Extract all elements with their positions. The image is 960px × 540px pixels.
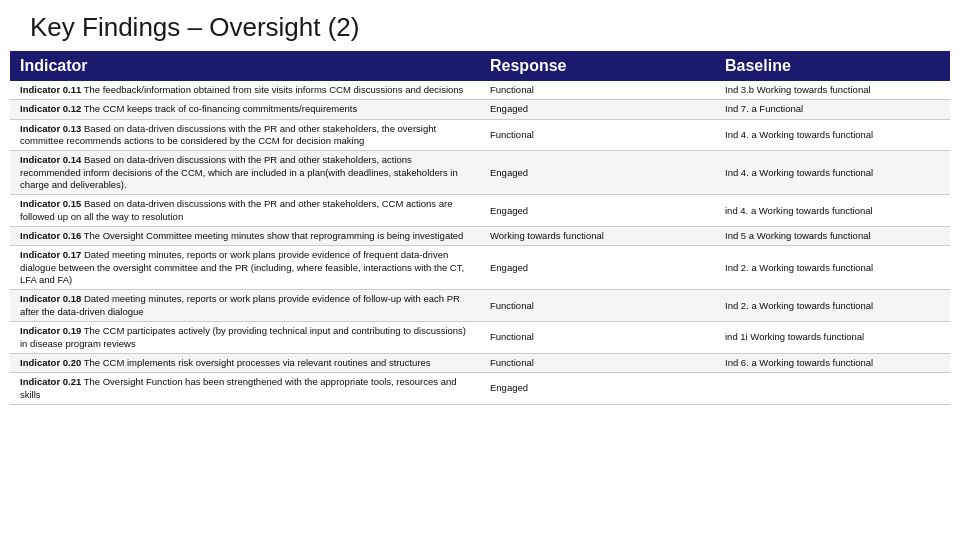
- baseline-cell: Ind 2. a Working towards functional: [715, 290, 950, 322]
- baseline-cell: ind 4. a Working towards functional: [715, 195, 950, 227]
- indicator-cell: Indicator 0.17 Dated meeting minutes, re…: [10, 246, 480, 290]
- table-header-row: Indicator Response Baseline: [10, 51, 950, 81]
- response-cell: Engaged: [480, 373, 715, 405]
- table-row: Indicator 0.11 The feedback/information …: [10, 81, 950, 100]
- response-cell: Functional: [480, 290, 715, 322]
- indicator-cell: Indicator 0.19 The CCM participates acti…: [10, 322, 480, 354]
- col-header-response: Response: [480, 51, 715, 81]
- baseline-cell: Ind 4. a Working towards functional: [715, 151, 950, 195]
- table-row: Indicator 0.17 Dated meeting minutes, re…: [10, 246, 950, 290]
- indicator-cell: Indicator 0.15 Based on data-driven disc…: [10, 195, 480, 227]
- table-row: Indicator 0.20 The CCM implements risk o…: [10, 353, 950, 372]
- indicator-cell: Indicator 0.21 The Oversight Function ha…: [10, 373, 480, 405]
- table-row: Indicator 0.13 Based on data-driven disc…: [10, 119, 950, 151]
- response-cell: Functional: [480, 81, 715, 100]
- table-row: Indicator 0.15 Based on data-driven disc…: [10, 195, 950, 227]
- response-cell: Functional: [480, 322, 715, 354]
- response-cell: Working towards functional: [480, 227, 715, 246]
- response-cell: Engaged: [480, 195, 715, 227]
- table-row: Indicator 0.19 The CCM participates acti…: [10, 322, 950, 354]
- indicator-cell: Indicator 0.18 Dated meeting minutes, re…: [10, 290, 480, 322]
- baseline-cell: ind 1i Working towards functional: [715, 322, 950, 354]
- baseline-cell: [715, 373, 950, 405]
- indicator-cell: Indicator 0.12 The CCM keeps track of co…: [10, 100, 480, 119]
- response-cell: Engaged: [480, 151, 715, 195]
- table-row: Indicator 0.16 The Oversight Committee m…: [10, 227, 950, 246]
- page-container: Key Findings – Oversight (2) Indicator R…: [0, 0, 960, 540]
- indicator-cell: Indicator 0.14 Based on data-driven disc…: [10, 151, 480, 195]
- table-container: Indicator Response Baseline Indicator 0.…: [0, 51, 960, 540]
- response-cell: Functional: [480, 353, 715, 372]
- response-cell: Engaged: [480, 100, 715, 119]
- table-row: Indicator 0.12 The CCM keeps track of co…: [10, 100, 950, 119]
- col-header-indicator: Indicator: [10, 51, 480, 81]
- table-row: Indicator 0.18 Dated meeting minutes, re…: [10, 290, 950, 322]
- baseline-cell: Ind 2. a Working towards functional: [715, 246, 950, 290]
- response-cell: Functional: [480, 119, 715, 151]
- indicator-cell: Indicator 0.16 The Oversight Committee m…: [10, 227, 480, 246]
- table-row: Indicator 0.14 Based on data-driven disc…: [10, 151, 950, 195]
- baseline-cell: Ind 3.b Working towards functional: [715, 81, 950, 100]
- page-title: Key Findings – Oversight (2): [30, 12, 930, 43]
- indicator-cell: Indicator 0.11 The feedback/information …: [10, 81, 480, 100]
- baseline-cell: Ind 7. a Functional: [715, 100, 950, 119]
- indicator-cell: Indicator 0.13 Based on data-driven disc…: [10, 119, 480, 151]
- baseline-cell: Ind 4. a Working towards functional: [715, 119, 950, 151]
- baseline-cell: Ind 6. a Working towards functional: [715, 353, 950, 372]
- response-cell: Engaged: [480, 246, 715, 290]
- baseline-cell: Ind 5 a Working towards functional: [715, 227, 950, 246]
- table-row: Indicator 0.21 The Oversight Function ha…: [10, 373, 950, 405]
- title-bar: Key Findings – Oversight (2): [0, 0, 960, 51]
- findings-table: Indicator Response Baseline Indicator 0.…: [10, 51, 950, 405]
- col-header-baseline: Baseline: [715, 51, 950, 81]
- indicator-cell: Indicator 0.20 The CCM implements risk o…: [10, 353, 480, 372]
